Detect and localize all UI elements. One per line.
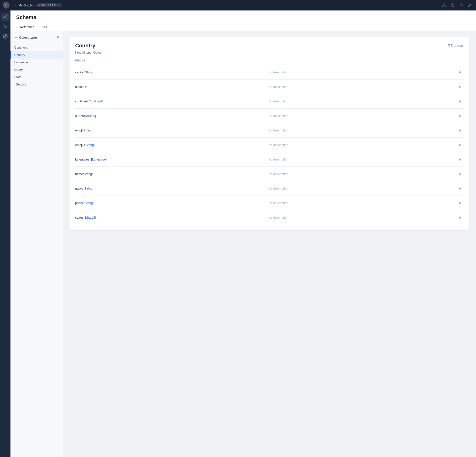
field-description: No description [268, 85, 457, 89]
tab-reference[interactable]: Reference [16, 23, 38, 31]
sidebar-icon-settings[interactable] [1, 32, 9, 40]
graph-name[interactable]: My Graph ▾ [18, 4, 34, 7]
top-nav: L ▾ / My Graph ▾ DEV GRAPH ▾ [0, 0, 476, 10]
env-badge[interactable]: DEV GRAPH ▾ [36, 3, 62, 7]
schema-header: Schema Reference SDL [10, 10, 476, 31]
notification-icon-btn[interactable] [458, 2, 465, 9]
field-arrow-btn[interactable]: ▶ [457, 185, 464, 192]
field-description: No description [268, 114, 457, 118]
field-arrow-btn[interactable]: ▶ [457, 199, 464, 206]
back-button[interactable]: ← Object types [14, 35, 38, 39]
field-info: capital: String [75, 70, 264, 74]
field-arrow-btn[interactable]: ▶ [457, 171, 464, 177]
field-arrow-btn[interactable]: ▶ [457, 112, 464, 119]
avatar-chevron[interactable]: ▾ [11, 4, 13, 7]
field-info: currency: String [75, 114, 264, 118]
left-panel-divider [10, 42, 63, 42]
field-name: states: [ [75, 216, 86, 219]
field-row: capital: String No description ▶ [75, 65, 464, 79]
back-arrow-icon: ← [14, 35, 18, 39]
graph-icon-btn[interactable] [441, 2, 447, 9]
field-name: code: [75, 85, 83, 89]
field-description: No description [268, 100, 457, 103]
help-icon-btn[interactable] [449, 2, 456, 9]
field-type[interactable]: String [85, 70, 93, 74]
svg-point-9 [6, 16, 7, 16]
tab-sdl[interactable]: SDL [38, 23, 52, 31]
field-info: name: String! [75, 172, 264, 176]
sidebar-item-service[interactable]: _Service [10, 81, 63, 88]
field-type[interactable]: String [84, 187, 92, 190]
sidebar-item-language[interactable]: Language [10, 59, 63, 66]
field-name: phone: [75, 201, 85, 205]
field-name: native: [75, 187, 84, 190]
field-description: No description [268, 216, 457, 219]
content-area: ← Object types 6 Continent Country Langu… [10, 31, 476, 457]
field-type[interactable]: String [85, 201, 93, 205]
field-info: emojiU: String! [75, 143, 264, 147]
field-arrow-btn[interactable]: ▶ [457, 214, 464, 221]
field-info: native: String! [75, 187, 264, 190]
avatar[interactable]: L [3, 2, 9, 9]
field-name: capital: [75, 70, 85, 74]
field-description: No description [268, 143, 457, 147]
svg-point-2 [445, 6, 446, 7]
field-info: states: [State!]! [75, 216, 264, 219]
field-description: No description [268, 187, 457, 190]
schema-title: Schema [16, 14, 470, 20]
field-type[interactable]: String [88, 114, 96, 118]
field-type[interactable]: Language! [92, 158, 107, 161]
left-panel-header: ← Object types 6 [10, 34, 63, 42]
field-type[interactable]: String [84, 172, 92, 176]
field-description: No description [268, 158, 457, 161]
svg-point-0 [444, 4, 445, 4]
svg-point-1 [442, 6, 443, 7]
svg-point-8 [4, 17, 4, 17]
user-icon-btn[interactable] [467, 2, 473, 9]
field-arrow-btn[interactable]: ▶ [457, 127, 464, 134]
svg-point-10 [6, 18, 7, 19]
field-row: emoji: String! No description ▶ [75, 123, 464, 138]
field-arrow-btn[interactable]: ▶ [457, 83, 464, 90]
sidebar-item-continent[interactable]: Continent [10, 44, 63, 51]
field-arrow-btn[interactable]: ▶ [457, 141, 464, 148]
field-count-label: Fields [455, 44, 464, 48]
field-type[interactable]: String [84, 129, 92, 132]
sidebar-item-state[interactable]: State [10, 73, 63, 81]
field-row: phone: String! No description ▶ [75, 196, 464, 210]
right-main: Country 11 Fields Kind of type: Object F… [63, 31, 476, 457]
sidebar-item-query[interactable]: Query [10, 66, 63, 73]
field-arrow-btn[interactable]: ▶ [457, 69, 464, 76]
field-type[interactable]: ID [83, 85, 86, 89]
sidebar-icon-schema[interactable] [1, 13, 9, 21]
field-count-num: 11 [447, 43, 453, 49]
sidebar-icon-explorer[interactable] [1, 23, 9, 30]
field-row: states: [State!]! No description ▶ [75, 210, 464, 224]
field-name: currency: [75, 114, 88, 118]
field-arrow-btn[interactable]: ▶ [457, 156, 464, 163]
svg-point-7 [469, 4, 470, 5]
field-row: emojiU: String! No description ▶ [75, 138, 464, 152]
svg-line-4 [444, 4, 445, 6]
type-name: Country [75, 43, 95, 49]
field-arrow-btn[interactable]: ▶ [457, 98, 464, 104]
field-name: languages: [ [75, 158, 92, 161]
field-row: continent: Continent! No description ▶ [75, 94, 464, 109]
graph-chevron: ▾ [33, 4, 34, 7]
svg-line-12 [4, 17, 6, 18]
env-badge-label: DEV GRAPH [41, 4, 58, 7]
env-badge-dot [38, 5, 40, 6]
schema-tabs: Reference SDL [16, 23, 470, 31]
field-type[interactable]: String [86, 143, 94, 147]
main-layout: Schema Reference SDL ← Object types 6 Co… [10, 10, 476, 457]
sidebar-item-country[interactable]: Country [10, 51, 63, 59]
field-name: emojiU: [75, 143, 86, 147]
kind-link[interactable]: Object [93, 51, 102, 54]
type-header: Country 11 Fields [75, 43, 464, 49]
field-info: phone: String! [75, 201, 264, 205]
field-description: No description [268, 201, 457, 205]
field-type[interactable]: State! [86, 216, 94, 219]
svg-marker-13 [4, 25, 7, 29]
svg-line-11 [4, 16, 6, 17]
field-type[interactable]: Continent [89, 100, 102, 103]
